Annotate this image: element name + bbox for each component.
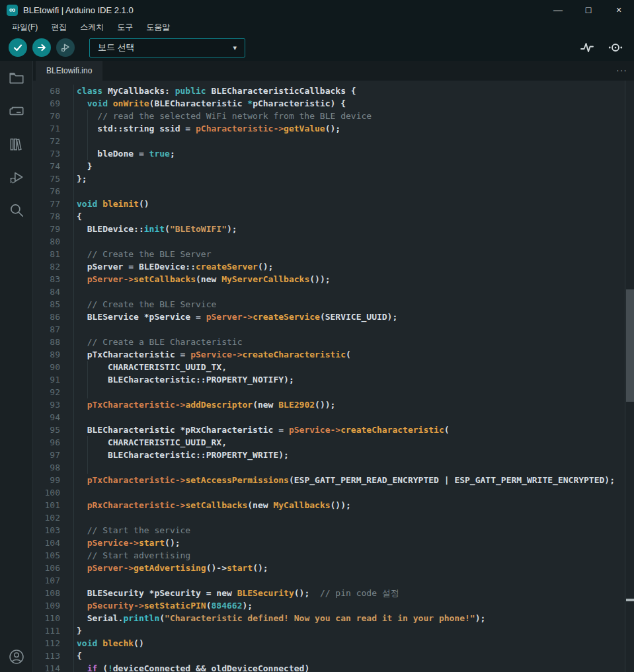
code-text: std::string ssid = pCharacteristic->getV… (73, 122, 634, 135)
more-actions-icon[interactable]: ··· (616, 65, 627, 75)
code-line[interactable]: 89 pTxCharacteristic = pService->createC… (33, 348, 634, 361)
start-debugging-button[interactable] (56, 38, 75, 57)
line-number: 76 (33, 185, 60, 198)
code-line[interactable]: 75}; (33, 172, 634, 185)
code-text: pServer->getAdvertising()->start(); (73, 562, 634, 574)
code-line[interactable]: 112void blechk() (33, 637, 634, 650)
code-text: CHARACTERISTIC_UUID_RX, (73, 436, 634, 449)
code-line[interactable]: 93 pTxCharacteristic->addDescriptor(new … (33, 398, 634, 411)
code-editor[interactable]: 68class MyCallbacks: public BLECharacter… (33, 81, 634, 672)
indent-guide (87, 449, 88, 461)
line-number: 94 (33, 411, 60, 424)
verify-button[interactable] (9, 38, 27, 57)
scrollbar-thumb[interactable] (626, 289, 634, 402)
code-line[interactable]: 102 (33, 511, 634, 524)
code-line[interactable]: 86 BLEService *pService = pServer->creat… (33, 311, 634, 323)
account-icon[interactable] (8, 648, 25, 665)
code-line[interactable]: 97 BLECharacteristic::PROPERTY_WRITE); (33, 449, 634, 461)
line-number: 103 (33, 524, 60, 537)
code-line[interactable]: 104 pService->start(); (33, 537, 634, 549)
code-line[interactable]: 103 // Start the service (33, 524, 634, 537)
code-text: void blechk() (73, 637, 634, 650)
line-number: 108 (33, 587, 60, 599)
code-line[interactable]: 96 CHARACTERISTIC_UUID_RX, (33, 436, 634, 449)
code-line[interactable]: 107 (33, 574, 634, 587)
minimize-button[interactable]: — (543, 0, 573, 20)
library-manager-icon[interactable] (8, 135, 25, 153)
code-line[interactable]: 110 Serial.println("Characteristic defin… (33, 612, 634, 624)
code-line[interactable]: 70 // read the selected WiFi network fro… (33, 110, 634, 122)
code-text: pServer->setCallbacks(new MyServerCallba… (73, 273, 634, 285)
menu-item-2[interactable]: 스케치 (73, 20, 110, 35)
code-line[interactable]: 82 pServer = BLEDevice::createServer(); (33, 260, 634, 273)
code-line[interactable]: 109 pSecurity->setStaticPIN(884662); (33, 599, 634, 612)
code-text (73, 285, 634, 298)
code-line[interactable]: 88 // Create a BLE Characteristic (33, 336, 634, 348)
code-line[interactable]: 71 std::string ssid = pCharacteristic->g… (33, 122, 634, 135)
code-line[interactable]: 92 (33, 386, 634, 398)
code-line[interactable]: 87 (33, 323, 634, 336)
maximize-button[interactable]: □ (573, 0, 604, 20)
vertical-scrollbar[interactable] (625, 81, 634, 672)
code-line[interactable]: 73 bleDone = true; (33, 147, 634, 160)
code-line[interactable]: 99 pTxCharacteristic->setAccessPermissio… (33, 474, 634, 486)
board-selector-dropdown[interactable]: 보드 선택 ▾ (89, 38, 245, 57)
code-line[interactable]: 84 (33, 285, 634, 298)
line-number: 100 (33, 486, 60, 499)
line-number: 98 (33, 461, 60, 474)
code-line[interactable]: 74 } (33, 160, 634, 172)
code-line[interactable]: 91 BLECharacteristic::PROPERTY_NOTIFY); (33, 373, 634, 386)
boards-manager-icon[interactable] (8, 102, 25, 120)
code-line[interactable]: 94 (33, 411, 634, 424)
code-line[interactable]: 101 pRxCharacteristic->setCallbacks(new … (33, 499, 634, 511)
tab-bletowifi-ino[interactable]: BLEtowifi.ino (36, 61, 102, 81)
code-line[interactable]: 77void bleinit() (33, 198, 634, 210)
code-line[interactable]: 108 BLESecurity *pSecurity = new BLESecu… (33, 587, 634, 599)
code-line[interactable]: 85 // Create the BLE Service (33, 298, 634, 311)
menu-item-4[interactable]: 도움말 (139, 20, 177, 35)
menu-item-0[interactable]: 파일(F) (5, 20, 44, 35)
code-line[interactable]: 83 pServer->setCallbacks(new MyServerCal… (33, 273, 634, 285)
code-line[interactable]: 100 (33, 486, 634, 499)
code-line[interactable]: 68class MyCallbacks: public BLECharacter… (33, 85, 634, 97)
sketchbook-folder-icon[interactable] (8, 69, 25, 87)
code-text: Serial.println("Characteristic defined! … (73, 612, 634, 624)
search-icon[interactable] (8, 202, 25, 219)
code-text: BLEDevice::init("BLEtoWIFI"); (73, 223, 634, 235)
code-text: // Create the BLE Server (73, 248, 634, 260)
menu-item-1[interactable]: 편집 (44, 20, 73, 35)
code-line[interactable]: 81 // Create the BLE Server (33, 248, 634, 260)
chevron-down-icon: ▾ (233, 44, 237, 52)
code-line[interactable]: 114 if (!deviceConnected && oldDeviceCon… (33, 662, 634, 672)
code-line[interactable]: 80 (33, 235, 634, 248)
code-line[interactable]: 79 BLEDevice::init("BLEtoWIFI"); (33, 223, 634, 235)
code-line[interactable]: 95 BLECharacteristic *pRxCharacteristic … (33, 424, 634, 436)
debug-icon[interactable] (8, 168, 25, 186)
code-line[interactable]: 78{ (33, 210, 634, 223)
upload-button[interactable] (32, 38, 51, 57)
indent-guide (87, 110, 88, 122)
code-line[interactable]: 76 (33, 185, 634, 198)
serial-plotter-icon[interactable] (580, 40, 594, 55)
code-line[interactable]: 98 (33, 461, 634, 474)
serial-monitor-icon[interactable] (608, 40, 623, 55)
line-number: 75 (33, 172, 60, 185)
code-text: // Create the BLE Service (73, 298, 634, 311)
line-number: 85 (33, 298, 60, 311)
line-number: 90 (33, 361, 60, 373)
indent-guide (87, 147, 88, 160)
code-line[interactable]: 90 CHARACTERISTIC_UUID_TX, (33, 361, 634, 373)
menu-item-3[interactable]: 도구 (110, 20, 139, 35)
code-line[interactable]: 113{ (33, 650, 634, 662)
code-line[interactable]: 69 void onWrite(BLECharacteristic *pChar… (33, 97, 634, 110)
line-number: 102 (33, 511, 60, 524)
code-line[interactable]: 106 pServer->getAdvertising()->start(); (33, 562, 634, 574)
code-line[interactable]: 105 // Start advertising (33, 549, 634, 562)
toolbar-right (580, 34, 623, 61)
code-text: BLESecurity *pSecurity = new BLESecurity… (73, 587, 634, 599)
line-number: 113 (33, 650, 60, 662)
close-button[interactable]: × (604, 0, 634, 20)
code-text (73, 135, 634, 147)
code-line[interactable]: 72 (33, 135, 634, 147)
code-line[interactable]: 111} (33, 624, 634, 637)
